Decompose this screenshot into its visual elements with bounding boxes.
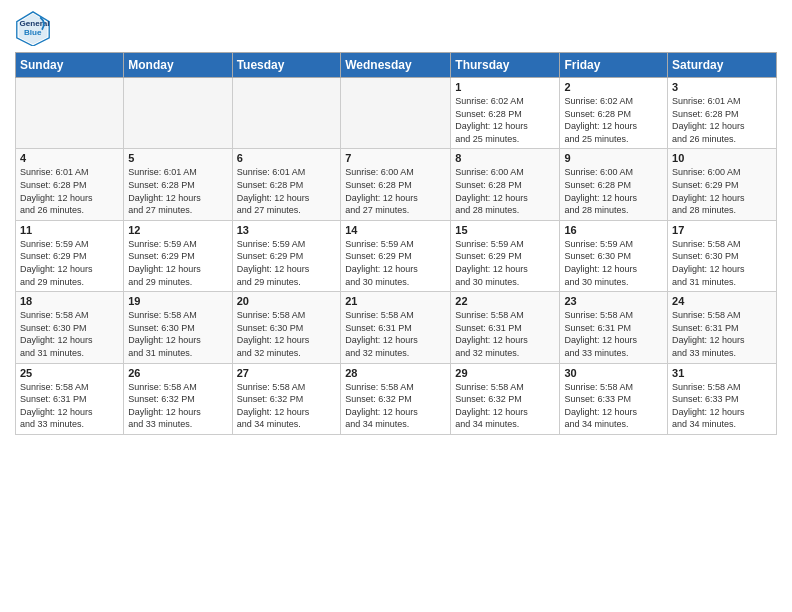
header: General Blue — [15, 10, 777, 46]
day-number: 23 — [564, 295, 663, 307]
calendar-cell: 1Sunrise: 6:02 AMSunset: 6:28 PMDaylight… — [451, 78, 560, 149]
day-info: Sunrise: 5:58 AMSunset: 6:31 PMDaylight:… — [455, 309, 555, 359]
calendar-cell: 14Sunrise: 5:59 AMSunset: 6:29 PMDayligh… — [341, 220, 451, 291]
day-info: Sunrise: 5:58 AMSunset: 6:33 PMDaylight:… — [564, 381, 663, 431]
day-info: Sunrise: 5:59 AMSunset: 6:29 PMDaylight:… — [345, 238, 446, 288]
calendar-cell: 5Sunrise: 6:01 AMSunset: 6:28 PMDaylight… — [124, 149, 232, 220]
logo: General Blue — [15, 10, 55, 46]
calendar-cell: 24Sunrise: 5:58 AMSunset: 6:31 PMDayligh… — [668, 292, 777, 363]
calendar-cell: 22Sunrise: 5:58 AMSunset: 6:31 PMDayligh… — [451, 292, 560, 363]
weekday-friday: Friday — [560, 53, 668, 78]
day-info: Sunrise: 6:00 AMSunset: 6:28 PMDaylight:… — [345, 166, 446, 216]
day-info: Sunrise: 5:59 AMSunset: 6:29 PMDaylight:… — [455, 238, 555, 288]
calendar-cell: 8Sunrise: 6:00 AMSunset: 6:28 PMDaylight… — [451, 149, 560, 220]
calendar-cell: 12Sunrise: 5:59 AMSunset: 6:29 PMDayligh… — [124, 220, 232, 291]
day-info: Sunrise: 5:59 AMSunset: 6:30 PMDaylight:… — [564, 238, 663, 288]
day-info: Sunrise: 5:58 AMSunset: 6:32 PMDaylight:… — [128, 381, 227, 431]
day-info: Sunrise: 6:01 AMSunset: 6:28 PMDaylight:… — [20, 166, 119, 216]
day-info: Sunrise: 5:58 AMSunset: 6:31 PMDaylight:… — [345, 309, 446, 359]
calendar-cell: 17Sunrise: 5:58 AMSunset: 6:30 PMDayligh… — [668, 220, 777, 291]
day-info: Sunrise: 5:58 AMSunset: 6:30 PMDaylight:… — [237, 309, 337, 359]
day-number: 15 — [455, 224, 555, 236]
day-number: 16 — [564, 224, 663, 236]
calendar-cell — [16, 78, 124, 149]
calendar-cell: 15Sunrise: 5:59 AMSunset: 6:29 PMDayligh… — [451, 220, 560, 291]
weekday-wednesday: Wednesday — [341, 53, 451, 78]
day-number: 12 — [128, 224, 227, 236]
week-row-3: 11Sunrise: 5:59 AMSunset: 6:29 PMDayligh… — [16, 220, 777, 291]
day-info: Sunrise: 5:58 AMSunset: 6:30 PMDaylight:… — [20, 309, 119, 359]
day-number: 24 — [672, 295, 772, 307]
day-number: 4 — [20, 152, 119, 164]
calendar-cell: 18Sunrise: 5:58 AMSunset: 6:30 PMDayligh… — [16, 292, 124, 363]
day-info: Sunrise: 6:01 AMSunset: 6:28 PMDaylight:… — [128, 166, 227, 216]
day-info: Sunrise: 5:58 AMSunset: 6:32 PMDaylight:… — [345, 381, 446, 431]
weekday-header-row: SundayMondayTuesdayWednesdayThursdayFrid… — [16, 53, 777, 78]
day-number: 1 — [455, 81, 555, 93]
calendar-cell: 3Sunrise: 6:01 AMSunset: 6:28 PMDaylight… — [668, 78, 777, 149]
day-info: Sunrise: 6:02 AMSunset: 6:28 PMDaylight:… — [455, 95, 555, 145]
calendar-cell: 23Sunrise: 5:58 AMSunset: 6:31 PMDayligh… — [560, 292, 668, 363]
calendar-body: 1Sunrise: 6:02 AMSunset: 6:28 PMDaylight… — [16, 78, 777, 435]
weekday-saturday: Saturday — [668, 53, 777, 78]
day-info: Sunrise: 5:59 AMSunset: 6:29 PMDaylight:… — [20, 238, 119, 288]
calendar-cell: 31Sunrise: 5:58 AMSunset: 6:33 PMDayligh… — [668, 363, 777, 434]
day-number: 30 — [564, 367, 663, 379]
calendar-cell: 28Sunrise: 5:58 AMSunset: 6:32 PMDayligh… — [341, 363, 451, 434]
day-number: 13 — [237, 224, 337, 236]
svg-text:General: General — [20, 19, 50, 28]
calendar-cell: 2Sunrise: 6:02 AMSunset: 6:28 PMDaylight… — [560, 78, 668, 149]
calendar-cell: 10Sunrise: 6:00 AMSunset: 6:29 PMDayligh… — [668, 149, 777, 220]
day-info: Sunrise: 5:58 AMSunset: 6:31 PMDaylight:… — [564, 309, 663, 359]
weekday-monday: Monday — [124, 53, 232, 78]
week-row-4: 18Sunrise: 5:58 AMSunset: 6:30 PMDayligh… — [16, 292, 777, 363]
day-number: 28 — [345, 367, 446, 379]
day-number: 9 — [564, 152, 663, 164]
day-number: 11 — [20, 224, 119, 236]
day-number: 21 — [345, 295, 446, 307]
day-info: Sunrise: 5:58 AMSunset: 6:31 PMDaylight:… — [672, 309, 772, 359]
day-number: 6 — [237, 152, 337, 164]
day-number: 17 — [672, 224, 772, 236]
calendar-cell: 7Sunrise: 6:00 AMSunset: 6:28 PMDaylight… — [341, 149, 451, 220]
calendar-cell: 13Sunrise: 5:59 AMSunset: 6:29 PMDayligh… — [232, 220, 341, 291]
day-number: 31 — [672, 367, 772, 379]
day-number: 8 — [455, 152, 555, 164]
page: General Blue SundayMondayTuesdayWednesda… — [0, 0, 792, 450]
day-number: 10 — [672, 152, 772, 164]
day-info: Sunrise: 6:00 AMSunset: 6:29 PMDaylight:… — [672, 166, 772, 216]
calendar-cell: 29Sunrise: 5:58 AMSunset: 6:32 PMDayligh… — [451, 363, 560, 434]
day-info: Sunrise: 5:59 AMSunset: 6:29 PMDaylight:… — [237, 238, 337, 288]
calendar-table: SundayMondayTuesdayWednesdayThursdayFrid… — [15, 52, 777, 435]
day-number: 25 — [20, 367, 119, 379]
day-info: Sunrise: 5:58 AMSunset: 6:32 PMDaylight:… — [237, 381, 337, 431]
calendar-cell: 6Sunrise: 6:01 AMSunset: 6:28 PMDaylight… — [232, 149, 341, 220]
day-number: 7 — [345, 152, 446, 164]
day-number: 29 — [455, 367, 555, 379]
logo-icon: General Blue — [15, 10, 51, 46]
day-info: Sunrise: 6:00 AMSunset: 6:28 PMDaylight:… — [455, 166, 555, 216]
day-info: Sunrise: 5:58 AMSunset: 6:30 PMDaylight:… — [128, 309, 227, 359]
week-row-5: 25Sunrise: 5:58 AMSunset: 6:31 PMDayligh… — [16, 363, 777, 434]
weekday-tuesday: Tuesday — [232, 53, 341, 78]
day-info: Sunrise: 5:58 AMSunset: 6:30 PMDaylight:… — [672, 238, 772, 288]
calendar-cell — [232, 78, 341, 149]
calendar-cell: 30Sunrise: 5:58 AMSunset: 6:33 PMDayligh… — [560, 363, 668, 434]
day-number: 22 — [455, 295, 555, 307]
day-info: Sunrise: 5:58 AMSunset: 6:33 PMDaylight:… — [672, 381, 772, 431]
day-number: 2 — [564, 81, 663, 93]
week-row-1: 1Sunrise: 6:02 AMSunset: 6:28 PMDaylight… — [16, 78, 777, 149]
weekday-sunday: Sunday — [16, 53, 124, 78]
day-number: 20 — [237, 295, 337, 307]
day-info: Sunrise: 5:59 AMSunset: 6:29 PMDaylight:… — [128, 238, 227, 288]
calendar-cell: 20Sunrise: 5:58 AMSunset: 6:30 PMDayligh… — [232, 292, 341, 363]
calendar-cell — [124, 78, 232, 149]
day-number: 19 — [128, 295, 227, 307]
calendar-cell: 25Sunrise: 5:58 AMSunset: 6:31 PMDayligh… — [16, 363, 124, 434]
svg-text:Blue: Blue — [24, 28, 42, 37]
day-info: Sunrise: 6:00 AMSunset: 6:28 PMDaylight:… — [564, 166, 663, 216]
day-info: Sunrise: 6:01 AMSunset: 6:28 PMDaylight:… — [672, 95, 772, 145]
day-number: 26 — [128, 367, 227, 379]
day-number: 14 — [345, 224, 446, 236]
day-number: 5 — [128, 152, 227, 164]
